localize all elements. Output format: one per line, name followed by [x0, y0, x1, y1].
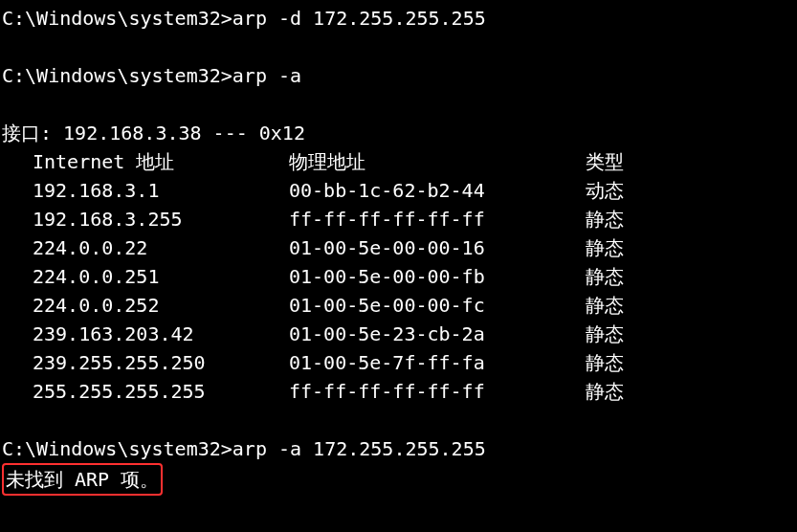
cell-mac: 01-00-5e-23-cb-2a — [289, 320, 586, 348]
cell-type: 静态 — [586, 320, 624, 348]
header-ip: Internet 地址 — [2, 147, 289, 176]
prompt: C:\Windows\system32> — [2, 7, 232, 30]
cell-mac: ff-ff-ff-ff-ff-ff — [289, 377, 586, 406]
cell-type: 静态 — [586, 348, 624, 377]
cell-mac: 01-00-5e-00-00-fc — [289, 291, 586, 320]
command-line-2: C:\Windows\system32>arp -a — [2, 61, 795, 90]
cell-mac: 01-00-5e-00-00-fb — [289, 262, 586, 291]
command-line-1: C:\Windows\system32>arp -d 172.255.255.2… — [2, 4, 795, 33]
blank-line — [2, 33, 795, 61]
header-type: 类型 — [586, 147, 624, 176]
cell-type: 静态 — [586, 291, 624, 320]
cell-ip: 239.255.255.250 — [2, 348, 289, 377]
cell-type: 静态 — [586, 262, 624, 291]
table-row: 192.168.3.1 00-bb-1c-62-b2-44 动态 — [2, 176, 624, 205]
prompt: C:\Windows\system32> — [2, 64, 232, 87]
blank-line — [2, 90, 795, 119]
result-line: 未找到 ARP 项。 — [2, 463, 795, 496]
cell-ip: 224.0.0.251 — [2, 262, 289, 291]
table-row: 224.0.0.251 01-00-5e-00-00-fb 静态 — [2, 262, 624, 291]
prompt: C:\Windows\system32> — [2, 437, 232, 460]
table-row: 255.255.255.255 ff-ff-ff-ff-ff-ff 静态 — [2, 377, 624, 406]
cell-type: 动态 — [586, 176, 624, 205]
cell-ip: 224.0.0.252 — [2, 291, 289, 320]
command-line-3: C:\Windows\system32>arp -a 172.255.255.2… — [2, 434, 795, 463]
table-row: 224.0.0.252 01-00-5e-00-00-fc 静态 — [2, 291, 624, 320]
header-mac: 物理地址 — [289, 147, 586, 176]
cell-ip: 224.0.0.22 — [2, 233, 289, 262]
command-text: arp -a 172.255.255.255 — [232, 437, 486, 460]
table-row: 239.163.203.42 01-00-5e-23-cb-2a 静态 — [2, 320, 624, 348]
command-text: arp -d 172.255.255.255 — [232, 7, 486, 30]
cell-type: 静态 — [586, 377, 624, 406]
cell-mac: 01-00-5e-00-00-16 — [289, 233, 586, 262]
arp-table: Internet 地址 物理地址 类型 192.168.3.1 00-bb-1c… — [2, 147, 624, 406]
cell-type: 静态 — [586, 233, 624, 262]
table-row: 192.168.3.255 ff-ff-ff-ff-ff-ff 静态 — [2, 205, 624, 233]
arp-header-row: Internet 地址 物理地址 类型 — [2, 147, 624, 176]
cell-mac: 00-bb-1c-62-b2-44 — [289, 176, 586, 205]
cell-mac: 01-00-5e-7f-ff-fa — [289, 348, 586, 377]
cell-mac: ff-ff-ff-ff-ff-ff — [289, 205, 586, 233]
cell-ip: 192.168.3.255 — [2, 205, 289, 233]
cell-ip: 255.255.255.255 — [2, 377, 289, 406]
table-row: 224.0.0.22 01-00-5e-00-00-16 静态 — [2, 233, 624, 262]
command-text: arp -a — [232, 64, 301, 87]
table-row: 239.255.255.250 01-00-5e-7f-ff-fa 静态 — [2, 348, 624, 377]
not-found-message: 未找到 ARP 项。 — [2, 463, 163, 496]
cell-ip: 192.168.3.1 — [2, 176, 289, 205]
cell-type: 静态 — [586, 205, 624, 233]
blank-line — [2, 406, 795, 434]
cell-ip: 239.163.203.42 — [2, 320, 289, 348]
interface-line: 接口: 192.168.3.38 --- 0x12 — [2, 119, 795, 147]
